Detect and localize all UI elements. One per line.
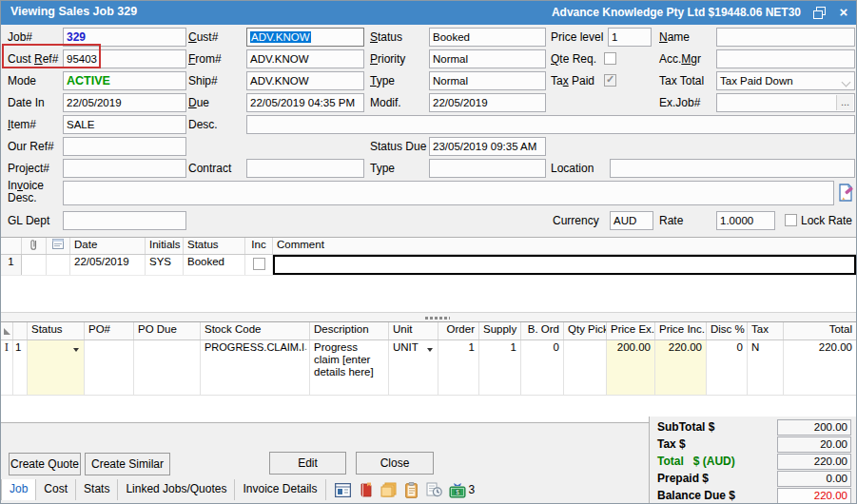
row-header-corner	[1, 238, 22, 254]
tab-invoice-details[interactable]: Invoice Details	[235, 479, 325, 500]
project-field[interactable]	[63, 159, 186, 178]
item-disc: 0	[707, 340, 748, 395]
journal-book-icon[interactable]	[355, 479, 378, 500]
name-field[interactable]	[716, 28, 855, 47]
acc-mgr-field[interactable]	[716, 49, 855, 68]
items-grid-header: Status PO# PO Due Stock Code Description…	[1, 322, 857, 340]
total-label: Total $ (AUD)	[657, 454, 735, 470]
edit-button[interactable]: Edit	[269, 452, 346, 475]
tab-linked-jobs-quotes[interactable]: Linked Jobs/Quotes	[118, 479, 235, 500]
item-po-due	[134, 340, 201, 395]
status-log-grid: Date Initials Status Inc Comment 1 22/05…	[1, 237, 857, 312]
totals-panel: SubTotal $ 200.00 Tax $ 20.00 Total $ (A…	[649, 417, 857, 504]
note-icon	[52, 239, 64, 249]
modif-field[interactable]: 22/05/2019	[429, 93, 546, 112]
cust-label: Cust#	[188, 28, 218, 47]
comment-column-header: Comment	[273, 238, 856, 254]
tab-cost[interactable]: Cost	[36, 479, 76, 500]
item-unit-dropdown[interactable]: UNIT	[389, 340, 438, 395]
tax-label: Tax $	[657, 436, 686, 453]
location-label: Location	[551, 159, 594, 178]
splitter-handle[interactable]	[1, 312, 857, 322]
item-label: Item#	[8, 115, 36, 134]
item-description: Progress claim [enter details here]	[310, 340, 389, 395]
restore-window-icon[interactable]	[810, 5, 828, 20]
name-label: Name	[659, 28, 690, 47]
col-po-due: PO Due	[134, 322, 201, 339]
col-status: Status	[28, 322, 85, 339]
tax-paid-checkbox[interactable]	[604, 74, 616, 87]
history-icon[interactable]	[423, 479, 446, 500]
report-view-icon[interactable]	[332, 479, 355, 500]
svg-text:$: $	[456, 489, 459, 495]
col-order: Order	[438, 322, 479, 339]
acc-mgr-label: Acc.Mgr	[659, 49, 701, 68]
cust-field[interactable]: ADV.KNOW	[246, 28, 364, 47]
gl-dept-label: GL Dept	[8, 211, 49, 230]
ellipsis-button[interactable]: ...	[836, 95, 853, 110]
item-supply: 1	[479, 340, 521, 395]
qte-req-checkbox[interactable]	[604, 52, 616, 65]
banking-count-badge: 3	[469, 479, 476, 500]
item-qty-pick	[564, 340, 607, 395]
rate-field[interactable]: 1.0000	[716, 211, 775, 230]
job-window: Viewing Sales Job 329 Advance Knowledge …	[0, 0, 857, 504]
date-in-field[interactable]: 22/05/2019	[63, 93, 186, 112]
type-field[interactable]: Normal	[429, 71, 546, 90]
mode-field[interactable]: ACTIVE	[63, 71, 186, 90]
stock-more-button[interactable]: ...	[299, 340, 307, 352]
banking-money-icon[interactable]: $	[446, 479, 469, 500]
status-due-label: Status Due	[370, 137, 426, 156]
job-label: Job#	[8, 28, 32, 47]
title-bar: Viewing Sales Job 329 Advance Knowledge …	[1, 1, 856, 25]
our-ref-field[interactable]	[63, 137, 186, 156]
tax-value: 20.00	[777, 436, 851, 453]
ship-field[interactable]: ADV.KNOW	[246, 71, 364, 90]
clipboard-icon[interactable]	[400, 479, 423, 500]
col-description: Description	[310, 322, 389, 339]
desc-field[interactable]	[246, 115, 855, 134]
price-level-field[interactable]: 1	[608, 28, 652, 47]
col-price-inc: Price Inc.	[655, 322, 707, 339]
status-due-field[interactable]: 23/05/2019 09:35 AM	[429, 137, 546, 156]
col-total: Total	[784, 322, 856, 339]
contract-field[interactable]	[246, 159, 364, 178]
item-field[interactable]: SALE	[63, 115, 186, 134]
lock-rate-checkbox[interactable]	[785, 214, 797, 226]
currency-field[interactable]: AUD	[610, 211, 653, 230]
location-field[interactable]	[610, 159, 855, 178]
copy-pages-icon[interactable]	[378, 479, 400, 500]
cust-ref-label: Cust Ref#	[8, 49, 58, 68]
cust-ref-field[interactable]: 95403	[63, 49, 186, 68]
tax-total-dropdown[interactable]: Tax Paid Down	[716, 71, 855, 90]
date-column-header: Date	[70, 238, 146, 254]
gl-dept-field[interactable]	[63, 211, 186, 230]
from-field[interactable]: ADV.KNOW	[246, 49, 364, 68]
prepaid-label: Prepaid $	[657, 471, 709, 487]
priority-field[interactable]: Normal	[429, 49, 546, 68]
ex-job-field[interactable]: ...	[716, 93, 855, 112]
date-in-label: Date In	[8, 93, 45, 112]
priority-label: Priority	[370, 49, 405, 68]
item-tax: N	[748, 340, 784, 395]
due-field[interactable]: 22/05/2019 04:35 PM	[246, 93, 364, 112]
create-similar-button[interactable]: Create Similar	[85, 453, 170, 475]
col-tax: Tax	[748, 322, 784, 339]
item-order: 1	[438, 340, 479, 395]
prepaid-value: 0.00	[777, 471, 851, 487]
edit-note-icon[interactable]	[837, 184, 854, 206]
close-button[interactable]: Close	[356, 452, 434, 475]
rate-label: Rate	[659, 211, 683, 230]
invoice-desc-field[interactable]	[63, 181, 834, 205]
type2-field[interactable]	[429, 159, 546, 178]
create-quote-button[interactable]: Create Quote	[9, 453, 81, 475]
close-window-icon[interactable]: ×	[835, 5, 852, 20]
status-field[interactable]: Booked	[429, 28, 546, 47]
item-status-dropdown[interactable]	[28, 340, 85, 395]
tab-job[interactable]: Job	[1, 479, 36, 500]
project-label: Project#	[8, 159, 49, 178]
inc-checkbox[interactable]	[253, 258, 265, 270]
comment-cell[interactable]	[273, 255, 856, 275]
job-number-field[interactable]: 329	[63, 28, 186, 47]
tab-stats[interactable]: Stats	[76, 479, 118, 500]
